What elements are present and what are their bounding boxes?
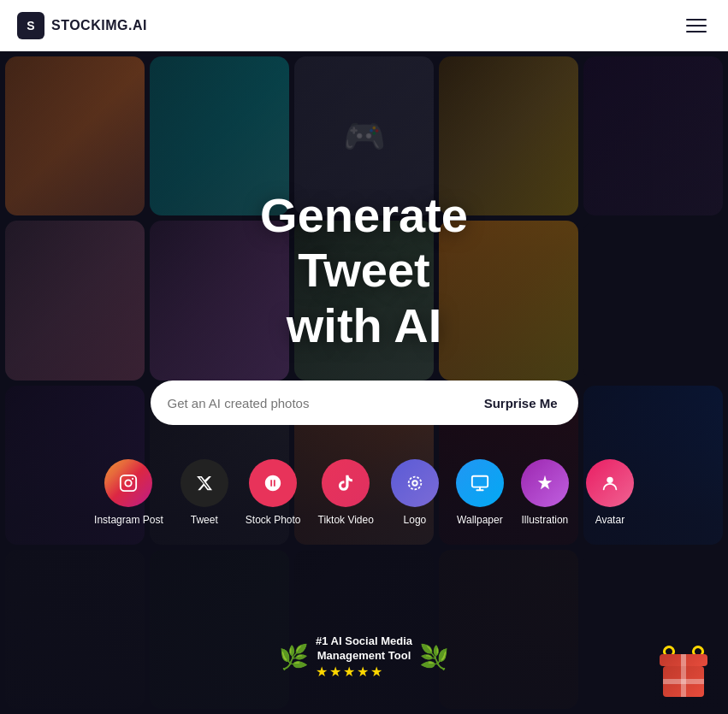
hero-title: Generate Tweet with AI bbox=[260, 188, 468, 353]
category-item-logo[interactable]: Logo bbox=[391, 459, 439, 526]
categories-row: Instagram PostTweetStock PhotoTiktok Vid… bbox=[94, 459, 634, 526]
category-item-tweet[interactable]: Tweet bbox=[181, 459, 228, 526]
svg-point-2 bbox=[132, 478, 133, 480]
category-icon-instagram bbox=[104, 459, 152, 507]
award-line1: #1 AI Social Media bbox=[316, 634, 412, 649]
award-text-block: #1 AI Social Media Management Tool ★★★★★ bbox=[316, 634, 412, 680]
svg-point-6 bbox=[607, 477, 613, 483]
award-badge: 🌿 #1 AI Social Media Management Tool ★★★… bbox=[279, 634, 449, 680]
category-label-avatar: Avatar bbox=[595, 514, 624, 526]
hero-section: 🎮 Generate Tweet with AI Surprise Me bbox=[0, 51, 728, 714]
svg-point-4 bbox=[409, 477, 422, 490]
category-item-illustration[interactable]: Illustration bbox=[521, 459, 569, 526]
hamburger-line-3 bbox=[686, 31, 707, 32]
laurel-right-icon: 🌿 bbox=[419, 643, 449, 671]
gift-icon[interactable] bbox=[660, 646, 711, 697]
laurel-left-icon: 🌿 bbox=[279, 643, 309, 671]
category-label-tweet: Tweet bbox=[191, 514, 218, 526]
category-item-tiktok[interactable]: Tiktok Video bbox=[318, 459, 374, 526]
search-bar: Surprise Me bbox=[151, 381, 578, 425]
svg-rect-0 bbox=[121, 475, 136, 491]
category-label-stock: Stock Photo bbox=[246, 514, 301, 526]
svg-point-3 bbox=[412, 481, 417, 486]
svg-rect-5 bbox=[472, 476, 488, 487]
category-icon-stock bbox=[249, 459, 297, 507]
category-label-logo: Logo bbox=[404, 514, 427, 526]
award-line2: Management Tool bbox=[316, 649, 412, 664]
category-label-instagram: Instagram Post bbox=[94, 514, 163, 526]
svg-point-1 bbox=[126, 480, 132, 486]
category-label-illustration: Illustration bbox=[522, 514, 569, 526]
category-item-wallpaper[interactable]: Wallpaper bbox=[456, 459, 504, 526]
category-item-stock[interactable]: Stock Photo bbox=[246, 459, 301, 526]
surprise-button[interactable]: Surprise Me bbox=[471, 389, 571, 417]
category-icon-wallpaper bbox=[456, 459, 504, 507]
search-input[interactable] bbox=[168, 396, 471, 410]
menu-button[interactable] bbox=[682, 15, 711, 37]
award-row: 🌿 #1 AI Social Media Management Tool ★★★… bbox=[279, 634, 449, 680]
category-icon-avatar bbox=[586, 459, 634, 507]
category-icon-illustration bbox=[521, 459, 569, 507]
hero-content: Generate Tweet with AI Surprise Me Insta… bbox=[0, 51, 728, 714]
category-item-instagram[interactable]: Instagram Post bbox=[94, 459, 163, 526]
category-icon-tiktok bbox=[322, 459, 370, 507]
category-icon-tweet bbox=[181, 459, 228, 507]
logo-text: STOCKIMG.AI bbox=[51, 18, 147, 33]
logo-icon: S bbox=[17, 12, 44, 39]
category-item-avatar[interactable]: Avatar bbox=[586, 459, 634, 526]
header: S STOCKIMG.AI bbox=[0, 0, 728, 51]
logo-area[interactable]: S STOCKIMG.AI bbox=[17, 12, 147, 39]
category-icon-logo bbox=[391, 459, 439, 507]
category-label-wallpaper: Wallpaper bbox=[457, 514, 503, 526]
hamburger-line-1 bbox=[686, 19, 707, 21]
hamburger-line-2 bbox=[686, 25, 707, 27]
award-stars: ★★★★★ bbox=[316, 664, 412, 680]
category-label-tiktok: Tiktok Video bbox=[318, 514, 374, 526]
